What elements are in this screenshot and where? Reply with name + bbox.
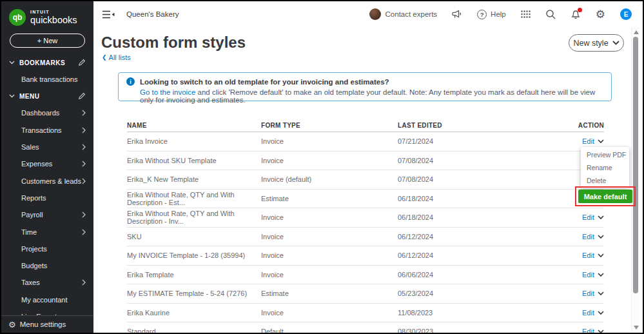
table-row: Erika Kaurine Invoice 11/08/2023 Edit <box>127 304 604 323</box>
chevron-right-icon <box>82 161 86 167</box>
intuit-wordmark: INTUIT <box>30 10 77 14</box>
edit-dropdown-button[interactable]: Edit <box>559 251 604 259</box>
sidebar-item-taxes[interactable]: Taxes <box>1 274 93 291</box>
table-row: Erika Template Invoice 06/06/2024 Edit <box>127 266 604 285</box>
contact-experts-button[interactable]: Contact experts <box>369 8 438 20</box>
user-avatar[interactable]: E <box>620 8 632 20</box>
last-edited: 07/21/2024 <box>398 137 559 145</box>
sidebar-item-dashboards[interactable]: Dashboards <box>1 104 93 121</box>
template-name: Erika_K New Template <box>127 175 261 183</box>
info-banner: i Looking to switch to an old template f… <box>118 72 612 101</box>
chevron-down-icon <box>598 291 604 295</box>
scroll-up-arrow[interactable] <box>634 30 639 34</box>
sidebar-item-sales[interactable]: Sales <box>1 139 93 155</box>
sidebar-item-customers-leads[interactable]: Customers & leads <box>1 172 93 189</box>
edit-dropdown-button[interactable]: Edit <box>559 233 604 241</box>
sidebar-item-budgets[interactable]: Budgets <box>1 257 93 274</box>
last-edited: 11/08/2023 <box>398 309 559 317</box>
sidebar-item-reports[interactable]: Reports <box>1 190 93 206</box>
bookmarks-section-header[interactable]: BOOKMARKS <box>1 54 93 71</box>
collapse-sidebar-icon[interactable] <box>102 10 115 19</box>
scroll-down-arrow[interactable] <box>634 326 639 329</box>
col-name: NAME <box>127 122 261 129</box>
sidebar-item-expenses[interactable]: Expenses <box>1 155 93 172</box>
notifications-bell-icon[interactable] <box>571 9 581 19</box>
sidebar-item-transactions[interactable]: Transactions <box>1 122 93 139</box>
settings-gear-icon[interactable]: ⚙ <box>596 9 605 20</box>
edit-pencil-icon[interactable] <box>78 59 86 66</box>
template-name: Erika Kaurine <box>127 309 261 317</box>
quickbooks-logo: qb INTUIT quickbooks <box>1 1 93 26</box>
new-button[interactable]: + New <box>10 34 85 48</box>
template-name: Erika Template <box>127 271 261 279</box>
scrollbar-thumb[interactable] <box>633 37 638 293</box>
menu-item-delete[interactable]: Delete <box>581 174 629 187</box>
last-edited: 06/12/2024 <box>398 233 559 241</box>
sidebar-item-bank-transactions[interactable]: Bank transactions <box>1 71 93 88</box>
chevron-down-icon <box>598 311 604 315</box>
megaphone-icon[interactable] <box>452 10 462 19</box>
edit-dropdown-button[interactable]: Edit <box>559 271 604 279</box>
template-name: My ESTIMATE Template - 5-24 (7276) <box>127 290 261 297</box>
sidebar-item-payroll[interactable]: Payroll <box>1 206 93 223</box>
table-row: My INVOICE Template - 1-28 (35994) Invoi… <box>127 246 604 266</box>
menu-settings-button[interactable]: ⚙ Menu settings <box>1 315 93 333</box>
form-type: Invoice <box>261 251 398 259</box>
edit-action-menu: Preview PDF Rename Delete <box>581 147 629 188</box>
last-edited: 06/18/2024 <box>398 195 559 202</box>
chevron-right-icon <box>82 144 86 150</box>
page-title: Custom form styles <box>101 34 246 52</box>
banner-body: and click 'Remove default' to make an ol… <box>140 88 595 104</box>
chevron-down-icon <box>598 139 604 143</box>
form-type: Invoice <box>261 309 398 317</box>
chevron-down-icon <box>598 329 604 333</box>
form-type: Invoice <box>261 157 398 164</box>
template-name: Erika Without Rate, QTY and With Descrip… <box>127 191 261 206</box>
template-name: Standard <box>127 328 261 334</box>
go-to-invoice-link[interactable]: Go to the invoice <box>140 88 195 96</box>
sidebar-item-time[interactable]: Time <box>1 223 93 240</box>
chevron-down-icon <box>598 253 604 257</box>
template-name: SKU <box>127 233 261 241</box>
form-type: Invoice <box>261 233 398 241</box>
chevron-down-icon <box>598 235 604 239</box>
table-row: Erika_K New Template Invoice (default) 0… <box>127 170 604 190</box>
col-action: ACTION <box>559 122 604 129</box>
chevron-down-icon <box>612 41 620 45</box>
edit-dropdown-button[interactable]: Edit <box>559 213 604 221</box>
last-edited: 07/08/2024 <box>398 157 559 164</box>
form-type: Invoice <box>261 213 398 221</box>
table-row: Standard Default 08/30/2023 Edit <box>127 322 604 334</box>
gear-icon: ⚙ <box>8 320 16 329</box>
last-edited: 06/18/2024 <box>398 213 559 221</box>
new-style-button[interactable]: New style <box>569 34 624 52</box>
help-button[interactable]: ? Help <box>477 10 506 19</box>
apps-grid-icon[interactable] <box>521 10 531 18</box>
edit-dropdown-button[interactable]: Edit <box>559 328 604 334</box>
all-lists-link[interactable]: ❮ All lists <box>102 54 131 61</box>
menu-section-header[interactable]: MENU <box>1 88 93 104</box>
chevron-right-icon <box>82 211 86 218</box>
make-default-button[interactable]: Make default <box>578 190 632 203</box>
edit-dropdown-button[interactable]: Edit <box>559 290 604 297</box>
form-styles-table: NAME FORM TYPE LAST EDITED ACTION Erika … <box>127 119 604 334</box>
table-row: SKU Invoice 06/12/2024 Edit <box>127 228 604 247</box>
topbar: Queen's Bakery Contact experts ? Help <box>93 1 643 27</box>
form-type: Default <box>261 328 398 334</box>
edit-dropdown-button[interactable]: Edit <box>559 137 604 145</box>
help-label: Help <box>491 10 506 18</box>
vertical-scrollbar[interactable] <box>631 27 639 333</box>
last-edited: 07/08/2024 <box>398 175 559 183</box>
contact-experts-label: Contact experts <box>385 10 438 18</box>
edit-pencil-icon[interactable] <box>78 92 86 100</box>
menu-item-preview-pdf[interactable]: Preview PDF <box>581 148 629 161</box>
all-lists-label: All lists <box>109 54 131 61</box>
bookmarks-label: BOOKMARKS <box>19 59 65 66</box>
menu-item-rename[interactable]: Rename <box>581 161 629 174</box>
sidebar-item-projects[interactable]: Projects <box>1 241 93 257</box>
template-name: Erika Without Rate, QTY and With Descrip… <box>127 210 261 225</box>
annotation-highlight-box: Make default <box>575 186 636 206</box>
edit-dropdown-button[interactable]: Edit <box>559 309 604 317</box>
sidebar-item-my-accountant[interactable]: My accountant <box>1 291 93 308</box>
search-icon[interactable] <box>545 9 556 19</box>
